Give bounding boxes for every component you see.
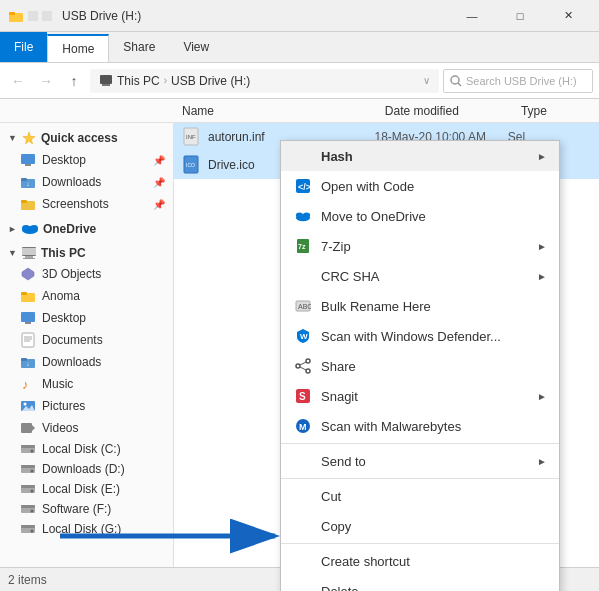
ctx-item-movetoonedrive[interactable]: Move to OneDrive (281, 201, 559, 231)
address-path[interactable]: This PC › USB Drive (H:) ∨ (90, 69, 439, 93)
svg-text:↓: ↓ (26, 360, 30, 367)
sidebar-item-music[interactable]: ♪ Music (0, 373, 173, 395)
ctx-label-crcsha: CRC SHA (321, 269, 529, 284)
malwarebytes-icon: M (293, 416, 313, 436)
address-bar: ← → ↑ This PC › USB Drive (H:) ∨ Search … (0, 63, 599, 99)
svg-point-49 (31, 490, 34, 493)
sidebar-item-screenshots[interactable]: Screenshots 📌 (0, 193, 173, 215)
ribbon-tabs: File Home Share View (0, 32, 599, 62)
downloads2-icon: ↓ (20, 354, 36, 370)
sidebar-item-softwaref[interactable]: Software (F:) (0, 499, 173, 519)
ctx-item-delete[interactable]: Delete (281, 576, 559, 591)
sidebar-item-desktop2[interactable]: Desktop (0, 307, 173, 329)
svg-rect-39 (21, 423, 32, 433)
this-pc-icon (21, 246, 37, 260)
sidebar-item-documents[interactable]: Documents (0, 329, 173, 351)
ctx-item-openwithcode[interactable]: </> Open with Code (281, 171, 559, 201)
svg-point-6 (451, 76, 459, 84)
svg-text:S: S (299, 391, 306, 402)
ctx-item-share[interactable]: Share (281, 351, 559, 381)
close-button[interactable]: ✕ (545, 0, 591, 32)
sidebar: ▼ Quick access Desktop 📌 ↓ (0, 123, 174, 591)
share-icon (293, 356, 313, 376)
ctx-separator-2 (281, 478, 559, 479)
3dobjects-icon (20, 266, 36, 282)
chevron-onedrive-icon: ► (8, 224, 17, 234)
tab-file[interactable]: File (0, 32, 47, 62)
sidebar-item-videos[interactable]: Videos (0, 417, 173, 439)
svg-point-46 (31, 470, 34, 473)
ctx-item-malwarebytes[interactable]: M Scan with Malwarebytes (281, 411, 559, 441)
sidebar-item-desktop[interactable]: Desktop 📌 (0, 149, 173, 171)
tab-share[interactable]: Share (109, 32, 169, 62)
forward-button[interactable]: → (34, 69, 58, 93)
sidebar-item-pictures[interactable]: Pictures (0, 395, 173, 417)
sidebar-item-downloads-quick[interactable]: ↓ Downloads 📌 (0, 171, 173, 193)
sidebar-header-onedrive[interactable]: ► OneDrive (0, 219, 173, 239)
title-bar: USB Drive (H:) — □ ✕ (0, 0, 599, 32)
ctx-item-copy[interactable]: Copy (281, 511, 559, 541)
sidebar-item-3dobjects[interactable]: 3D Objects (0, 263, 173, 285)
music-icon: ♪ (20, 376, 36, 392)
minimize-button[interactable]: — (449, 0, 495, 32)
desktop2-icon (20, 310, 36, 326)
sidebar-header-quickaccess[interactable]: ▼ Quick access (0, 127, 173, 149)
context-menu: Hash ► </> Open with Code Move to OneDri… (280, 140, 560, 591)
search-box[interactable]: Search USB Drive (H:) (443, 69, 593, 93)
ctx-item-crcsha[interactable]: CRC SHA ► (281, 261, 559, 291)
ctx-item-sendto[interactable]: Send to ► (281, 446, 559, 476)
svg-line-73 (300, 362, 306, 365)
svg-point-18 (30, 225, 38, 231)
ctx-item-cut[interactable]: Cut (281, 481, 559, 511)
svg-point-55 (31, 530, 34, 533)
title-bar-icons (8, 8, 52, 24)
desktop-icon (20, 152, 36, 168)
cut-icon (293, 486, 313, 506)
svg-point-52 (31, 510, 34, 513)
svg-rect-4 (100, 75, 112, 84)
ctx-item-bulkrename[interactable]: ABC Bulk Rename Here (281, 291, 559, 321)
shortcut-icon (293, 551, 313, 571)
svg-rect-42 (21, 445, 35, 448)
tab-view[interactable]: View (169, 32, 223, 62)
sidebar-item-label: Videos (42, 421, 78, 435)
sidebar-item-localc[interactable]: Local Disk (C:) (0, 439, 173, 459)
videos-icon (20, 420, 36, 436)
ctx-item-snagit[interactable]: S Snagit ► (281, 381, 559, 411)
back-button[interactable]: ← (6, 69, 30, 93)
sidebar-item-anoma[interactable]: Anoma (0, 285, 173, 307)
col-header-name[interactable]: Name (174, 104, 377, 118)
sidebar-item-label: Downloads (D:) (42, 462, 125, 476)
autorun-file-icon: INF (182, 127, 202, 147)
svg-line-7 (458, 83, 461, 86)
sidebar-item-localg[interactable]: Local Disk (G:) (0, 519, 173, 539)
col-header-type[interactable]: Type (513, 104, 599, 118)
maximize-button[interactable]: □ (497, 0, 543, 32)
ctx-item-hash[interactable]: Hash ► (281, 141, 559, 171)
sidebar-header-thispc[interactable]: ▼ This PC (0, 243, 173, 263)
ctx-arrow-sendto: ► (537, 456, 547, 467)
svg-text:ICO: ICO (186, 162, 195, 168)
ctx-arrow-hash: ► (537, 151, 547, 162)
ctx-arrow-snagit: ► (537, 391, 547, 402)
svg-rect-25 (21, 292, 27, 295)
svg-rect-28 (22, 333, 34, 347)
svg-rect-3 (42, 11, 52, 21)
col-header-date[interactable]: Date modified (377, 104, 513, 118)
search-placeholder: Search USB Drive (H:) (466, 75, 577, 87)
bulkrename-icon: ABC (293, 296, 313, 316)
tab-home[interactable]: Home (47, 34, 109, 62)
svg-point-43 (31, 450, 34, 453)
ctx-label-createshortcut: Create shortcut (321, 554, 547, 569)
ctx-item-createshortcut[interactable]: Create shortcut (281, 546, 559, 576)
sidebar-item-label: Software (F:) (42, 502, 111, 516)
7zip-icon: 7z (293, 236, 313, 256)
up-button[interactable]: ↑ (62, 69, 86, 93)
sidebar-item-downloads2[interactable]: ↓ Downloads (0, 351, 173, 373)
sidebar-item-label: Documents (42, 333, 103, 347)
sidebar-item-downloadsd[interactable]: Downloads (D:) (0, 459, 173, 479)
disk-f-icon (20, 502, 36, 516)
ctx-item-7zip[interactable]: 7z 7-Zip ► (281, 231, 559, 261)
sidebar-item-locale[interactable]: Local Disk (E:) (0, 479, 173, 499)
ctx-item-defender[interactable]: W Scan with Windows Defender... (281, 321, 559, 351)
